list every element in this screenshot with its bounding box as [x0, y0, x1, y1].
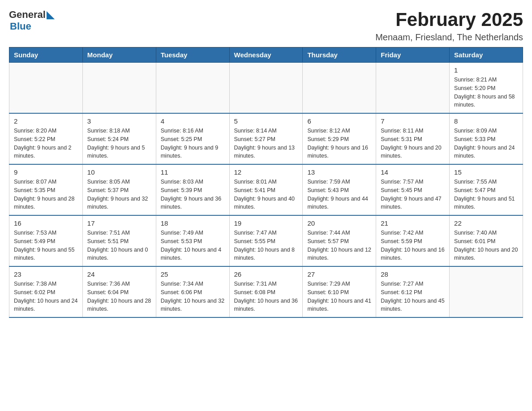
- day-info: Sunrise: 7:38 AMSunset: 6:02 PMDaylight:…: [14, 281, 77, 312]
- day-info: Sunrise: 8:16 AMSunset: 5:25 PMDaylight:…: [161, 128, 219, 159]
- day-number: 13: [307, 168, 371, 176]
- calendar-cell: 26 Sunrise: 7:31 AMSunset: 6:08 PMDaylig…: [229, 266, 303, 317]
- logo-blue: Blue: [10, 21, 31, 32]
- calendar-cell: 23 Sunrise: 7:38 AMSunset: 6:02 PMDaylig…: [9, 266, 83, 317]
- calendar-week-row: 1 Sunrise: 8:21 AMSunset: 5:20 PMDayligh…: [9, 63, 523, 114]
- day-info: Sunrise: 8:05 AMSunset: 5:37 PMDaylight:…: [87, 179, 148, 210]
- day-info: Sunrise: 8:07 AMSunset: 5:35 PMDaylight:…: [14, 179, 75, 210]
- day-number: 20: [307, 219, 371, 227]
- calendar-cell: [82, 63, 156, 114]
- calendar-cell: [156, 63, 229, 114]
- day-number: 8: [454, 117, 518, 125]
- day-number: 4: [161, 117, 225, 125]
- calendar-cell: 1 Sunrise: 8:21 AMSunset: 5:20 PMDayligh…: [450, 63, 523, 114]
- day-number: 1: [454, 66, 518, 74]
- day-number: 26: [234, 270, 298, 278]
- day-info: Sunrise: 7:34 AMSunset: 6:06 PMDaylight:…: [161, 281, 224, 312]
- logo-arrow-icon: [47, 11, 55, 19]
- calendar-cell: 9 Sunrise: 8:07 AMSunset: 5:35 PMDayligh…: [9, 164, 83, 215]
- day-info: Sunrise: 7:31 AMSunset: 6:08 PMDaylight:…: [234, 281, 298, 312]
- day-info: Sunrise: 8:18 AMSunset: 5:24 PMDaylight:…: [87, 128, 145, 159]
- calendar-cell: 13 Sunrise: 7:59 AMSunset: 5:43 PMDaylig…: [303, 164, 376, 215]
- day-info: Sunrise: 8:14 AMSunset: 5:27 PMDaylight:…: [234, 128, 295, 159]
- weekday-header-friday: Friday: [376, 47, 450, 63]
- day-number: 15: [454, 168, 518, 176]
- day-number: 16: [14, 219, 78, 227]
- calendar-cell: 4 Sunrise: 8:16 AMSunset: 5:25 PMDayligh…: [156, 113, 229, 164]
- calendar-week-row: 2 Sunrise: 8:20 AMSunset: 5:22 PMDayligh…: [9, 113, 523, 164]
- weekday-header-tuesday: Tuesday: [156, 47, 229, 63]
- day-info: Sunrise: 7:29 AMSunset: 6:10 PMDaylight:…: [307, 281, 371, 312]
- day-info: Sunrise: 7:42 AMSunset: 5:59 PMDaylight:…: [381, 230, 444, 261]
- day-number: 3: [87, 117, 151, 125]
- calendar-cell: [450, 266, 523, 317]
- day-number: 10: [87, 168, 151, 176]
- day-info: Sunrise: 8:21 AMSunset: 5:20 PMDaylight:…: [454, 77, 515, 108]
- day-info: Sunrise: 7:40 AMSunset: 6:01 PMDaylight:…: [454, 230, 518, 261]
- calendar-cell: 10 Sunrise: 8:05 AMSunset: 5:37 PMDaylig…: [82, 164, 156, 215]
- svg-marker-0: [47, 11, 55, 19]
- calendar-table: SundayMondayTuesdayWednesdayThursdayFrid…: [9, 47, 523, 318]
- day-number: 6: [307, 117, 371, 125]
- day-info: Sunrise: 7:27 AMSunset: 6:12 PMDaylight:…: [381, 281, 444, 312]
- day-number: 24: [87, 270, 151, 278]
- day-info: Sunrise: 7:36 AMSunset: 6:04 PMDaylight:…: [87, 281, 151, 312]
- day-number: 17: [87, 219, 151, 227]
- day-info: Sunrise: 7:53 AMSunset: 5:49 PMDaylight:…: [14, 230, 75, 261]
- day-number: 23: [14, 270, 78, 278]
- logo: General Blue: [9, 9, 55, 32]
- weekday-header-saturday: Saturday: [450, 47, 523, 63]
- day-number: 7: [381, 117, 445, 125]
- calendar-cell: 17 Sunrise: 7:51 AMSunset: 5:51 PMDaylig…: [82, 215, 156, 266]
- day-info: Sunrise: 8:11 AMSunset: 5:31 PMDaylight:…: [381, 128, 442, 159]
- calendar-cell: [303, 63, 376, 114]
- day-number: 28: [381, 270, 445, 278]
- calendar-subtitle: Menaam, Friesland, The Netherlands: [375, 32, 523, 43]
- day-info: Sunrise: 7:47 AMSunset: 5:55 PMDaylight:…: [234, 230, 295, 261]
- calendar-cell: 11 Sunrise: 8:03 AMSunset: 5:39 PMDaylig…: [156, 164, 229, 215]
- logo-general: General: [9, 9, 46, 21]
- day-number: 25: [161, 270, 225, 278]
- calendar-week-row: 9 Sunrise: 8:07 AMSunset: 5:35 PMDayligh…: [9, 164, 523, 215]
- calendar-cell: 8 Sunrise: 8:09 AMSunset: 5:33 PMDayligh…: [450, 113, 523, 164]
- calendar-cell: 21 Sunrise: 7:42 AMSunset: 5:59 PMDaylig…: [376, 215, 450, 266]
- weekday-header-monday: Monday: [82, 47, 156, 63]
- day-number: 22: [454, 219, 518, 227]
- calendar-title: February 2025: [375, 9, 523, 30]
- weekday-header-sunday: Sunday: [9, 47, 83, 63]
- day-info: Sunrise: 7:55 AMSunset: 5:47 PMDaylight:…: [454, 179, 515, 210]
- calendar-cell: 15 Sunrise: 7:55 AMSunset: 5:47 PMDaylig…: [450, 164, 523, 215]
- day-number: 9: [14, 168, 78, 176]
- day-info: Sunrise: 7:59 AMSunset: 5:43 PMDaylight:…: [307, 179, 368, 210]
- day-info: Sunrise: 7:57 AMSunset: 5:45 PMDaylight:…: [381, 179, 442, 210]
- day-info: Sunrise: 8:09 AMSunset: 5:33 PMDaylight:…: [454, 128, 515, 159]
- calendar-cell: 24 Sunrise: 7:36 AMSunset: 6:04 PMDaylig…: [82, 266, 156, 317]
- calendar-cell: 20 Sunrise: 7:44 AMSunset: 5:57 PMDaylig…: [303, 215, 376, 266]
- calendar-cell: 16 Sunrise: 7:53 AMSunset: 5:49 PMDaylig…: [9, 215, 83, 266]
- calendar-cell: 22 Sunrise: 7:40 AMSunset: 6:01 PMDaylig…: [450, 215, 523, 266]
- day-number: 12: [234, 168, 298, 176]
- calendar-cell: 28 Sunrise: 7:27 AMSunset: 6:12 PMDaylig…: [376, 266, 450, 317]
- calendar-cell: [9, 63, 83, 114]
- day-info: Sunrise: 8:01 AMSunset: 5:41 PMDaylight:…: [234, 179, 295, 210]
- day-info: Sunrise: 8:12 AMSunset: 5:29 PMDaylight:…: [307, 128, 368, 159]
- calendar-cell: [376, 63, 450, 114]
- calendar-cell: 6 Sunrise: 8:12 AMSunset: 5:29 PMDayligh…: [303, 113, 376, 164]
- calendar-cell: 12 Sunrise: 8:01 AMSunset: 5:41 PMDaylig…: [229, 164, 303, 215]
- calendar-cell: 3 Sunrise: 8:18 AMSunset: 5:24 PMDayligh…: [82, 113, 156, 164]
- day-number: 14: [381, 168, 445, 176]
- day-number: 27: [307, 270, 371, 278]
- day-info: Sunrise: 7:44 AMSunset: 5:57 PMDaylight:…: [307, 230, 371, 261]
- calendar-cell: 14 Sunrise: 7:57 AMSunset: 5:45 PMDaylig…: [376, 164, 450, 215]
- day-number: 18: [161, 219, 225, 227]
- day-info: Sunrise: 7:49 AMSunset: 5:53 PMDaylight:…: [161, 230, 222, 261]
- day-info: Sunrise: 8:03 AMSunset: 5:39 PMDaylight:…: [161, 179, 222, 210]
- day-number: 2: [14, 117, 78, 125]
- day-info: Sunrise: 8:20 AMSunset: 5:22 PMDaylight:…: [14, 128, 72, 159]
- calendar-cell: 18 Sunrise: 7:49 AMSunset: 5:53 PMDaylig…: [156, 215, 229, 266]
- calendar-cell: 5 Sunrise: 8:14 AMSunset: 5:27 PMDayligh…: [229, 113, 303, 164]
- weekday-header-wednesday: Wednesday: [229, 47, 303, 63]
- calendar-cell: 2 Sunrise: 8:20 AMSunset: 5:22 PMDayligh…: [9, 113, 83, 164]
- weekday-header-thursday: Thursday: [303, 47, 376, 63]
- calendar-cell: 19 Sunrise: 7:47 AMSunset: 5:55 PMDaylig…: [229, 215, 303, 266]
